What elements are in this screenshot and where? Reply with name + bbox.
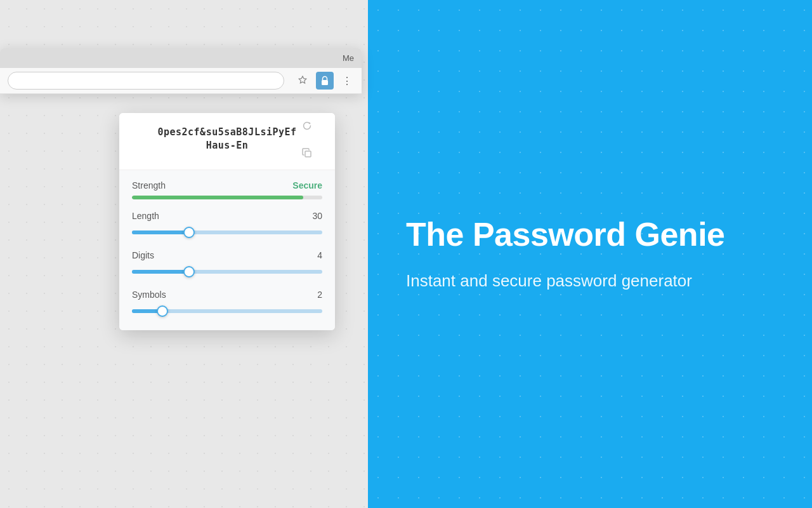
length-slider-fill	[132, 231, 189, 234]
strength-label: Strength	[132, 180, 166, 190]
generated-password: 0pes2cf&su5saB8JLsiPyEf Haus-En	[145, 126, 310, 152]
strength-control: Strength Secure	[132, 180, 322, 199]
digits-slider-fill	[132, 270, 189, 274]
browser-chrome: Me ⋮	[0, 48, 362, 94]
copy-password-icon[interactable]	[302, 148, 312, 161]
password-display-area: 0pes2cf&su5saB8JLsiPyEf Haus-En	[119, 113, 335, 170]
length-slider-track	[132, 231, 322, 234]
symbols-slider-container[interactable]	[132, 305, 322, 318]
browser-addressbar: ⋮	[0, 68, 362, 94]
controls-area: Strength Secure Length 30	[119, 170, 335, 330]
star-icon[interactable]	[296, 74, 310, 88]
strength-value: Secure	[292, 180, 322, 190]
svg-rect-1	[305, 151, 311, 157]
digits-slider-container[interactable]	[132, 265, 322, 278]
symbols-control: Symbols 2	[132, 290, 322, 318]
page-title: The Password Genie	[406, 216, 774, 254]
left-panel: Me ⋮ 0pes2cf&su5s	[0, 0, 368, 508]
digits-control: Digits 4	[132, 250, 322, 278]
strength-bar	[132, 196, 322, 199]
length-slider-container[interactable]	[132, 226, 322, 239]
symbols-label: Symbols	[132, 290, 166, 300]
strength-bar-fill	[132, 196, 303, 199]
right-panel: The Password Genie Instant and secure pa…	[368, 0, 812, 508]
symbols-value: 2	[317, 290, 322, 300]
digits-slider-thumb[interactable]	[183, 266, 195, 277]
svg-rect-0	[322, 80, 328, 85]
digits-slider-track	[132, 270, 322, 274]
length-label: Length	[132, 211, 159, 221]
symbols-slider-thumb[interactable]	[157, 305, 168, 317]
length-slider-thumb[interactable]	[183, 227, 195, 238]
lock-extension-button[interactable]	[316, 72, 334, 90]
digits-value: 4	[317, 250, 322, 260]
symbols-slider-track	[132, 309, 322, 313]
browser-user-label: Me	[343, 53, 354, 63]
right-content: The Password Genie Instant and secure pa…	[406, 216, 774, 292]
length-control: Length 30	[132, 211, 322, 239]
refresh-password-icon[interactable]	[302, 121, 312, 133]
page-subtitle: Instant and secure password generator	[406, 269, 710, 292]
popup-panel: 0pes2cf&su5saB8JLsiPyEf Haus-En	[119, 113, 335, 330]
digits-label: Digits	[132, 250, 154, 260]
more-icon[interactable]: ⋮	[340, 74, 354, 88]
address-bar-input[interactable]	[8, 72, 284, 90]
length-value: 30	[312, 211, 322, 221]
browser-topbar: Me	[0, 48, 362, 68]
